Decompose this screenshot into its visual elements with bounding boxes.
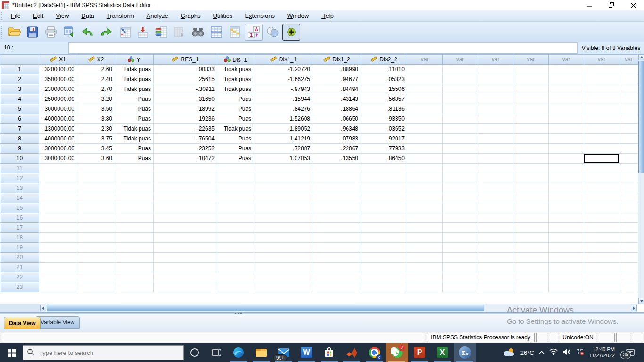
data-cell[interactable]: .15944 — [254, 94, 313, 104]
data-cell[interactable]: Tidak puas — [217, 84, 254, 94]
empty-cell[interactable] — [443, 173, 478, 183]
menu-help[interactable]: Help — [315, 11, 340, 21]
data-cell[interactable]: Tidak puas — [115, 134, 154, 144]
empty-cell[interactable] — [443, 154, 478, 164]
empty-cell[interactable] — [513, 65, 549, 74]
empty-cell[interactable] — [619, 243, 638, 253]
empty-cell[interactable] — [549, 114, 584, 124]
empty-cell[interactable] — [77, 272, 115, 282]
empty-cell[interactable] — [478, 263, 513, 272]
data-cell[interactable]: .86450 — [361, 154, 407, 164]
empty-cell[interactable] — [39, 233, 77, 243]
empty-cell[interactable] — [254, 243, 313, 253]
data-cell[interactable]: 2.60 — [77, 65, 115, 74]
empty-cell[interactable] — [77, 233, 115, 243]
data-cell[interactable]: 3.45 — [77, 144, 115, 154]
empty-cell[interactable] — [361, 164, 407, 173]
empty-cell[interactable] — [513, 282, 549, 292]
row-header[interactable]: 9 — [0, 144, 39, 154]
row-header[interactable]: 10 — [0, 154, 39, 164]
empty-cell[interactable] — [549, 203, 584, 213]
data-cell[interactable]: 2300000.00 — [39, 84, 77, 94]
empty-cell[interactable] — [39, 203, 77, 213]
empty-cell[interactable] — [217, 272, 254, 282]
empty-cell[interactable] — [513, 263, 549, 272]
empty-cell[interactable] — [443, 74, 478, 84]
data-cell[interactable]: .07983 — [313, 134, 361, 144]
data-cell[interactable]: -.30911 — [154, 84, 217, 94]
empty-cell[interactable] — [217, 233, 254, 243]
empty-cell[interactable] — [154, 203, 217, 213]
menu-window[interactable]: Window — [281, 11, 315, 21]
empty-cell[interactable] — [619, 74, 638, 84]
empty-cell[interactable] — [549, 183, 584, 193]
empty-cell[interactable] — [513, 74, 549, 84]
column-header-dis2_2[interactable]: Dis2_2 — [361, 55, 407, 65]
empty-cell[interactable] — [443, 84, 478, 94]
scroll-down-button[interactable] — [638, 298, 644, 304]
show-all-variables-icon[interactable] — [282, 24, 300, 41]
empty-cell[interactable] — [407, 183, 443, 193]
empty-cell[interactable] — [77, 213, 115, 223]
empty-cell[interactable] — [39, 193, 77, 203]
empty-cell[interactable] — [619, 144, 638, 154]
data-cell[interactable]: Puas — [115, 144, 154, 154]
data-cell[interactable]: 2500000.00 — [39, 94, 77, 104]
column-header-x2[interactable]: X2 — [77, 55, 115, 65]
empty-cell[interactable] — [513, 213, 549, 223]
empty-cell[interactable] — [549, 124, 584, 134]
empty-cell[interactable] — [39, 173, 77, 183]
data-cell[interactable]: .18864 — [313, 104, 361, 114]
row-header[interactable]: 5 — [0, 104, 39, 114]
vertical-scrollbar-thumb[interactable] — [638, 61, 644, 173]
empty-cell[interactable] — [619, 65, 638, 74]
empty-cell[interactable] — [478, 233, 513, 243]
data-cell[interactable]: Tidak puas — [217, 124, 254, 134]
redo-icon[interactable] — [98, 24, 115, 40]
empty-cell[interactable] — [154, 233, 217, 243]
empty-cell[interactable] — [361, 183, 407, 193]
edge-icon[interactable] — [227, 343, 250, 362]
empty-cell[interactable] — [513, 233, 549, 243]
data-cell[interactable]: Puas — [115, 114, 154, 124]
menu-transform[interactable]: Transform — [100, 11, 140, 21]
use-variable-sets-icon[interactable] — [264, 24, 281, 40]
empty-cell[interactable] — [584, 282, 619, 292]
weather-icon[interactable] — [503, 347, 516, 358]
empty-cell[interactable] — [549, 213, 584, 223]
empty-cell[interactable] — [619, 134, 638, 144]
temperature[interactable]: 26°C — [520, 349, 534, 356]
empty-cell[interactable] — [584, 124, 619, 134]
empty-cell[interactable] — [313, 164, 361, 173]
taskbar-clock[interactable]: 12:40 PM 11/27/2022 — [589, 346, 615, 359]
data-cell[interactable]: .00833 — [154, 65, 217, 74]
empty-cell[interactable] — [478, 203, 513, 213]
empty-cell[interactable] — [154, 173, 217, 183]
empty-cell[interactable] — [584, 243, 619, 253]
empty-cell[interactable] — [478, 213, 513, 223]
data-cell[interactable]: .88990 — [313, 65, 361, 74]
empty-cell[interactable] — [619, 233, 638, 243]
split-file-icon[interactable] — [208, 24, 225, 40]
empty-cell[interactable] — [217, 282, 254, 292]
data-cell[interactable]: -.22635 — [154, 124, 217, 134]
data-cell[interactable]: Puas — [217, 154, 254, 164]
empty-cell[interactable] — [154, 223, 217, 233]
data-cell[interactable]: 4000000.00 — [39, 134, 77, 144]
data-cell[interactable]: Tidak puas — [115, 84, 154, 94]
empty-cell[interactable] — [584, 114, 619, 124]
empty-cell[interactable] — [513, 84, 549, 94]
empty-cell[interactable] — [619, 263, 638, 272]
empty-cell[interactable] — [478, 74, 513, 84]
empty-cell[interactable] — [115, 233, 154, 243]
empty-cell[interactable] — [115, 223, 154, 233]
empty-cell[interactable] — [115, 164, 154, 173]
empty-cell[interactable] — [478, 164, 513, 173]
save-icon[interactable] — [24, 24, 41, 40]
data-cell[interactable]: 3000000.00 — [39, 144, 77, 154]
empty-cell[interactable] — [361, 193, 407, 203]
empty-cell[interactable] — [407, 124, 443, 134]
empty-cell[interactable] — [313, 233, 361, 243]
empty-cell[interactable] — [407, 74, 443, 84]
empty-cell[interactable] — [154, 253, 217, 263]
